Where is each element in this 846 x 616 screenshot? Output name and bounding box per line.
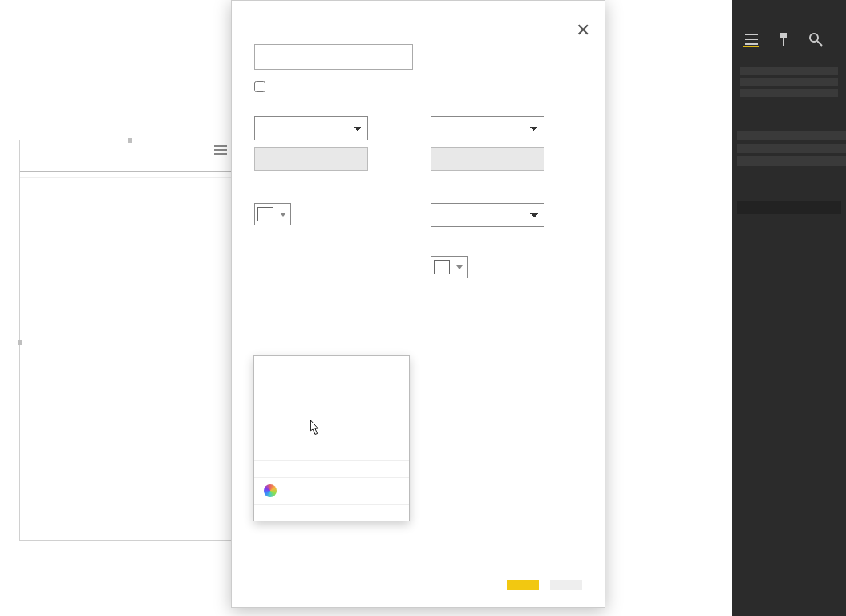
- svg-rect-4: [783, 38, 784, 46]
- report-level-filters-label: [732, 188, 846, 198]
- total-day: [164, 172, 235, 177]
- maximum-value-input: [431, 147, 544, 171]
- custom-color-button[interactable]: [254, 477, 409, 504]
- drag-hint[interactable]: [732, 179, 846, 188]
- chevron-down-icon: [280, 213, 286, 217]
- theme-colors-label: [254, 356, 409, 372]
- bar-direction-select[interactable]: [431, 203, 544, 227]
- svg-rect-2: [745, 43, 758, 45]
- total-label: [20, 172, 91, 177]
- svg-line-6: [817, 41, 822, 46]
- table-visual[interactable]: [19, 140, 236, 541]
- chevron-down-icon: [456, 265, 463, 270]
- visualizations-title: [732, 0, 846, 16]
- analytics-tab-icon[interactable]: [808, 31, 824, 47]
- resize-handle[interactable]: [128, 138, 132, 143]
- maximum-select[interactable]: [431, 116, 544, 140]
- color-picker-popover: [253, 355, 410, 521]
- total-value: [91, 172, 163, 177]
- col-header[interactable]: [20, 164, 91, 172]
- data-table: [20, 164, 235, 178]
- format-tab-icon[interactable]: [775, 31, 791, 47]
- fields-tab-icon[interactable]: [743, 31, 759, 47]
- field-well-item[interactable]: [740, 67, 838, 75]
- svg-rect-0: [745, 34, 758, 35]
- minimum-select[interactable]: [254, 116, 368, 140]
- svg-rect-3: [780, 33, 787, 38]
- svg-point-5: [810, 34, 818, 42]
- filters-title: [732, 105, 846, 121]
- page-level-filters-label: [732, 169, 846, 179]
- values-label: [740, 60, 838, 67]
- minimum-value-input: [254, 147, 368, 171]
- color-wheel-icon: [264, 484, 277, 497]
- revert-to-default-button[interactable]: [254, 504, 409, 521]
- visual-level-filters-label: [732, 121, 846, 131]
- col-header[interactable]: [91, 164, 163, 172]
- show-bar-only-checkbox[interactable]: [254, 81, 265, 92]
- filter-item[interactable]: [737, 201, 841, 214]
- ok-button[interactable]: [507, 580, 539, 590]
- axis-color[interactable]: [431, 256, 468, 278]
- field-well-item[interactable]: [740, 89, 838, 97]
- filter-item[interactable]: [737, 144, 846, 153]
- brand-logo: [689, 87, 692, 105]
- filter-item[interactable]: [737, 156, 846, 166]
- svg-rect-1: [745, 38, 758, 40]
- positive-bar-color[interactable]: [254, 203, 291, 225]
- filter-item[interactable]: [737, 131, 846, 140]
- close-icon[interactable]: ✕: [576, 20, 590, 41]
- base-value-input[interactable]: [254, 44, 413, 70]
- visualizations-pane: [732, 0, 846, 616]
- recent-colors-label: [254, 460, 409, 471]
- field-well-item[interactable]: [740, 78, 838, 86]
- col-header[interactable]: [164, 164, 235, 172]
- cancel-button[interactable]: [550, 580, 582, 590]
- more-options-icon[interactable]: [214, 145, 227, 155]
- resize-handle[interactable]: [18, 340, 22, 345]
